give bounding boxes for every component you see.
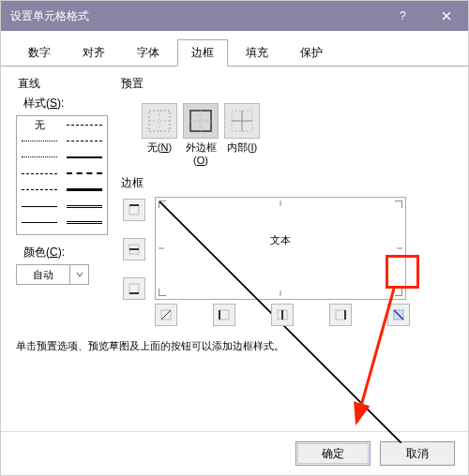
color-value: 自动 — [17, 268, 69, 282]
style-opt[interactable] — [18, 184, 61, 197]
cancel-button[interactable]: 取消 — [380, 441, 455, 466]
line-heading: 直线 — [16, 76, 119, 92]
border-right-button[interactable] — [329, 304, 352, 326]
tab-number[interactable]: 数字 — [14, 39, 65, 67]
titlebar: 设置单元格格式 ? — [1, 1, 468, 31]
style-label: 样式(S): — [16, 96, 119, 112]
format-cells-dialog: 设置单元格格式 ? 数字 对齐 字体 边框 填充 保护 直线 样式(S): — [0, 0, 469, 476]
svg-rect-3 — [149, 111, 170, 131]
preset-none-label: 无(N) — [142, 141, 177, 166]
preset-inner-label: 内部(I) — [224, 141, 260, 166]
border-vmiddle-button[interactable] — [271, 304, 294, 326]
svg-rect-25 — [336, 310, 345, 320]
svg-rect-6 — [190, 111, 211, 131]
border-top-button[interactable] — [123, 199, 145, 221]
svg-rect-12 — [129, 205, 139, 215]
style-opt[interactable] — [18, 151, 61, 164]
presets-heading: 预置 — [119, 76, 453, 92]
style-opt[interactable] — [63, 216, 106, 230]
tab-content: 直线 样式(S): 无 — [1, 67, 468, 431]
preset-inner[interactable] — [224, 103, 260, 139]
border-diag-up-button[interactable] — [155, 304, 177, 326]
style-opt[interactable] — [63, 134, 106, 147]
svg-rect-16 — [129, 284, 139, 293]
svg-text:?: ? — [400, 10, 406, 22]
style-opt[interactable] — [18, 134, 61, 147]
style-opt[interactable] — [63, 200, 106, 213]
tab-protect[interactable]: 保护 — [286, 39, 337, 67]
preset-outer-label: 外边框(O) — [183, 141, 219, 166]
chevron-down-icon — [69, 265, 88, 284]
border-area: 文本 — [119, 197, 453, 322]
border-heading: 边框 — [119, 175, 453, 191]
svg-rect-21 — [219, 310, 229, 320]
preview-text: 文本 — [270, 233, 291, 247]
style-opt[interactable] — [18, 200, 61, 213]
tab-align[interactable]: 对齐 — [68, 39, 119, 67]
preset-outer[interactable] — [183, 103, 219, 139]
tab-fill[interactable]: 填充 — [232, 39, 282, 67]
style-opt[interactable] — [63, 184, 106, 197]
color-select[interactable]: 自动 — [16, 264, 89, 285]
preset-none[interactable] — [142, 103, 177, 139]
border-diag-down-button[interactable] — [387, 304, 410, 326]
style-opt[interactable] — [63, 167, 106, 180]
line-style-list[interactable]: 无 — [16, 115, 108, 235]
svg-line-20 — [161, 310, 171, 320]
style-opt[interactable] — [63, 151, 106, 164]
border-hmiddle-button[interactable] — [123, 238, 145, 260]
help-button[interactable]: ? — [382, 2, 425, 30]
tabs: 数字 对齐 字体 边框 填充 保护 — [1, 33, 468, 67]
style-opt[interactable] — [63, 118, 106, 131]
style-opt[interactable] — [18, 167, 61, 180]
close-button[interactable] — [425, 2, 468, 30]
style-none[interactable]: 无 — [18, 118, 61, 131]
tab-border[interactable]: 边框 — [177, 39, 228, 67]
dialog-title: 设置单元格格式 — [10, 8, 382, 24]
border-preview[interactable]: 文本 — [155, 197, 406, 300]
border-bottom-button[interactable] — [123, 277, 145, 300]
border-left-button[interactable] — [213, 304, 235, 326]
color-label: 颜色(C): — [16, 245, 119, 260]
tab-font[interactable]: 字体 — [123, 39, 174, 67]
style-opt[interactable] — [18, 216, 61, 230]
ok-button[interactable]: 确定 — [295, 441, 371, 466]
